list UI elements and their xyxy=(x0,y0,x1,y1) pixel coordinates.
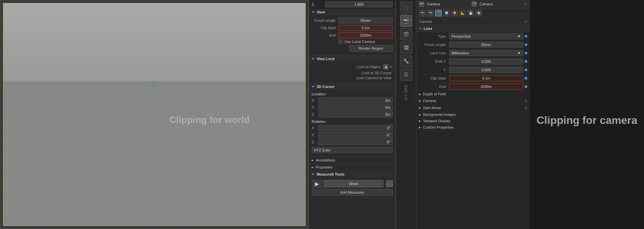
cam-icon-data[interactable]: 💾 xyxy=(467,10,474,16)
clip-end-value[interactable]: 2000m xyxy=(338,32,393,38)
focal-length-prop-value[interactable]: 50mm xyxy=(449,42,523,48)
properties-section: ▶ Properties xyxy=(309,164,395,171)
rotation-mode-dropdown[interactable]: XYZ Euler xyxy=(312,147,393,153)
annotations-section: ▶ Annotations xyxy=(309,157,395,164)
dof-tri: ▶ xyxy=(419,93,421,96)
clip-start-row: Clip Start 0.1m xyxy=(312,25,393,31)
measureit-header[interactable]: ▼ MeasureIt Tools xyxy=(309,171,395,178)
clip-end-label: End xyxy=(312,33,338,37)
cam-clip-start-value[interactable]: 0.1m xyxy=(449,75,523,81)
shift-y-dot xyxy=(525,68,527,71)
cam-icon-output[interactable]: 📸 xyxy=(427,10,434,16)
pen-icon[interactable]: ✏ xyxy=(390,65,393,69)
camera-list-icon: ≡ xyxy=(525,98,527,103)
cursor-ry-value[interactable]: -0° xyxy=(318,132,393,138)
lens-type-value[interactable]: Perspective ▼ xyxy=(449,33,523,39)
cam-clip-start-row: Clip Start 0.1m xyxy=(416,74,530,83)
focal-length-value[interactable]: 50mm xyxy=(338,17,393,24)
safe-areas-list-icon: ≡ xyxy=(525,105,527,110)
use-local-camera-checkbox[interactable] xyxy=(338,40,342,44)
cursor-y-label: Y: xyxy=(312,105,318,109)
cam-icon-obj[interactable]: 📦 xyxy=(451,10,458,16)
n-panel: Z: 1.000 ▼ View Focal Length 50mm Clip S… xyxy=(309,0,396,229)
clip-end-row: End 2000m xyxy=(312,32,393,38)
lock-to-object-icon[interactable]: 🔒 xyxy=(383,64,388,70)
clip-start-label: Clip Start xyxy=(312,26,338,30)
render-region-btn[interactable]: Render Region xyxy=(349,45,393,52)
view-section: ▼ View Focal Length 50mm Clip Start 0.1m… xyxy=(309,9,395,55)
cursor-z-value[interactable]: 0m xyxy=(318,111,393,118)
background-images-row[interactable]: ▶ Background Images xyxy=(416,111,530,118)
play-btn[interactable]: ▶ xyxy=(312,180,322,188)
location-label: Location: xyxy=(312,92,393,96)
shift-x-value[interactable]: 0.000 xyxy=(449,58,523,64)
lens-type-label: Type xyxy=(419,34,449,38)
z-label: Z: xyxy=(312,2,325,6)
view-section-header[interactable]: ▼ View xyxy=(309,9,395,15)
camera-properties-panel: 📷 Camera 🎬 Camera ⤢ 📷 📸 🎬 🌍 📦 📐 💾 🎨 Came… xyxy=(416,0,530,229)
cursor-y-value[interactable]: 0m xyxy=(318,104,393,110)
view-lock-header[interactable]: ▼ View Lock xyxy=(309,55,395,62)
cam-icon-render[interactable]: 📷 xyxy=(419,10,426,16)
rotation-mode-row: XYZ Euler xyxy=(312,147,393,153)
annotations-label: Annotations xyxy=(316,158,335,162)
annotations-tri: ▶ xyxy=(312,159,314,162)
camera-icons-row: 📷 📸 🎬 🌍 📦 📐 💾 🎨 xyxy=(416,8,530,18)
cursor-x-value[interactable]: 0m xyxy=(318,97,393,103)
view-section-content: Focal Length 50mm Clip Start 0.1m End 20… xyxy=(309,15,395,55)
sidebar-icon-3[interactable]: 🎬 xyxy=(400,28,412,40)
shift-x-row: Shift X 0.000 xyxy=(416,57,530,66)
camera-row-tri: ▶ xyxy=(419,99,421,102)
cam-clip-end-value[interactable]: 2000m xyxy=(449,84,523,90)
lens-unit-text: Millimeters xyxy=(451,51,469,55)
viewport-display-row[interactable]: ▶ Viewport Display xyxy=(416,118,530,124)
maximize-icon[interactable]: ⤢ xyxy=(524,2,527,6)
focal-length-row: Focal Length 50mm xyxy=(312,17,393,24)
depth-of-field-row[interactable]: ▶ Depth of Field xyxy=(416,91,530,97)
cursor-ry-label: Y: xyxy=(312,133,318,137)
lens-section-header[interactable]: ▼ Lens xyxy=(416,25,530,32)
sidebar-icon-4[interactable]: 🖼 xyxy=(400,42,412,54)
shift-y-value[interactable]: 0.000 xyxy=(449,67,523,73)
cam-icon-mat[interactable]: 🎨 xyxy=(475,10,482,16)
cursor-x-label: X: xyxy=(312,98,318,102)
dof-label: Depth of Field xyxy=(423,92,446,96)
cursor-rz-value[interactable]: 0° xyxy=(318,139,393,145)
show-btn[interactable]: Show xyxy=(324,180,383,187)
cursor-section: ▼ 3D Cursor Location: X: 0m Y: 0m Z: 0m … xyxy=(309,83,395,157)
sidebar-icon-1[interactable]: ⬚ xyxy=(400,1,412,13)
camera-row[interactable]: ▶ Camera ≡ xyxy=(416,97,530,104)
safe-areas-row[interactable]: ▶ Safe Areas ≡ xyxy=(416,104,530,111)
annotations-header[interactable]: ▶ Annotations xyxy=(309,157,395,164)
sidebar-icon-5[interactable]: 🔧 xyxy=(400,55,412,67)
sky-area xyxy=(3,3,305,81)
cam-icon-world[interactable]: 🌍 xyxy=(443,10,450,16)
sidebar-icon-6[interactable]: ☰ xyxy=(400,68,412,81)
clip-start-value[interactable]: 0.1m xyxy=(338,25,393,31)
cam-icon-geo[interactable]: 📐 xyxy=(459,10,466,16)
properties-tri: ▶ xyxy=(312,166,314,169)
properties-header[interactable]: ▶ Properties xyxy=(309,164,395,171)
cam-clip-start-dot xyxy=(525,77,527,80)
z-value[interactable]: 1.000 xyxy=(325,1,393,7)
lens-unit-value[interactable]: Millimeters ▼ xyxy=(449,50,523,56)
lens-type-chevron: ▼ xyxy=(517,34,521,38)
focal-length-dot xyxy=(525,43,527,46)
lens-unit-label: Lens Unit xyxy=(419,51,449,55)
3d-cursor xyxy=(153,193,156,199)
cursor-section-header[interactable]: ▼ 3D Cursor xyxy=(309,83,395,90)
use-local-camera-row: Use Local Camera xyxy=(312,40,393,44)
camera-sub-icon: ⤢ xyxy=(524,19,527,24)
3d-viewport[interactable]: Clipping for world xyxy=(0,0,309,229)
viewport-canvas: Clipping for world xyxy=(3,3,306,226)
cursor-rx-value[interactable]: 0° xyxy=(318,125,393,131)
cam-icon-active[interactable]: 🎬 xyxy=(435,10,442,16)
sidebar-icon-2[interactable]: 📷 xyxy=(400,15,412,27)
cursor-z-row: Z: 0m xyxy=(312,111,393,118)
add-measures-btn[interactable]: Add Measures xyxy=(312,189,393,196)
custom-props-row[interactable]: ▶ Custom Properties xyxy=(416,124,530,131)
safe-areas-tri: ▶ xyxy=(419,106,421,109)
cursor-rz-row: Z: 0° xyxy=(312,139,393,145)
cursor-ry-row: Y: -0° xyxy=(312,132,393,138)
lens-type-row: Type Perspective ▼ xyxy=(416,32,530,41)
